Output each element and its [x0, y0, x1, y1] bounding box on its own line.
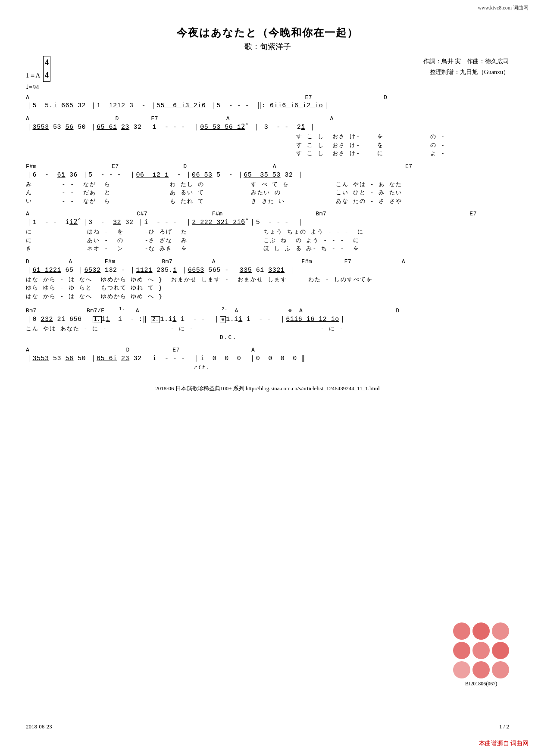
row5: D A F#m Bm7 A F#m E7 A ｜6i i22i 65 ｜6532…	[26, 258, 509, 301]
row6-notes: ｜0 232 2i 656 ｜1.ii i - :‖ 2.1.ii i - - …	[26, 315, 509, 324]
subtitle: 歌：旬紫洋子	[26, 41, 509, 52]
row6-lyrics1: こん やは あなた - に - - に - - に -	[26, 325, 509, 333]
row1: A E7 D ｜5 5.i 665 32 ｜1 1212 3 - ｜55 6 i…	[26, 94, 509, 111]
row4-notes: ｜1 - - ii2̂ ｜3 - 32 32 ｜i - - - ｜2 222 3…	[26, 218, 509, 227]
arranger-line: 整理制谱：九日旭（Guanxu）	[423, 67, 510, 78]
row7-notes: ｜3553 53 56 50 ｜65 6i 23 32 ｜i - - - ｜i …	[26, 354, 509, 363]
row3-lyrics3: い - - なが ら も たれ て き きた い あな たの - さ さや	[26, 197, 509, 206]
row5-chords: D A F#m Bm7 A F#m E7 A	[26, 258, 509, 266]
row7-chords: A D E7 A	[26, 347, 509, 354]
page-number: 1 / 2	[499, 723, 509, 730]
row4-lyrics1: に はね - を -ひ ろげ た ちょう ちょの よう - - - に	[26, 228, 509, 236]
main-title: 今夜はあなたと（今晚和你在一起）	[26, 26, 509, 40]
row2-chords: A D E7 A A	[26, 115, 509, 123]
row3-chords: F#m E7 D A E7	[26, 163, 509, 171]
bottom-bar: 2018-06-23 1 / 2	[0, 723, 535, 730]
stamp-area: BJ201806(067)	[453, 622, 509, 687]
key-signature: 1＝A 44	[26, 56, 50, 82]
row7-rit: rit.	[194, 364, 509, 372]
stamp-circle-7	[453, 661, 470, 678]
row5-lyrics3: はな から - は なへ ゆめから ゆめ へ }	[26, 292, 509, 301]
date: 2018-06-23	[26, 723, 52, 730]
stamp-circle-1	[453, 622, 470, 640]
stamp-circle-2	[472, 622, 490, 640]
stamp-circle-8	[472, 661, 490, 678]
row6-lyrics2: D.C.	[220, 333, 509, 342]
row3: F#m E7 D A E7 ｜6 - 6î 36 ｜5 - - - ｜06 i…	[26, 163, 509, 205]
tempo: ♩=94	[26, 82, 50, 92]
row2: A D E7 A A ｜3553 53 56 50 ｜65 6i 23 32 ｜…	[26, 115, 509, 158]
lyricist-line: 作詞：鳥井 実 作曲：德久広司	[423, 56, 510, 67]
footer-text: 2018-06 日本演歌珍稀圣典100+ 系列 http://blog.sina…	[26, 385, 509, 392]
stamp-circle-4	[453, 642, 470, 659]
tempo-key: 1＝A 44 ♩=94	[26, 56, 50, 92]
row3-notes: ｜6 - 6î 36 ｜5 - - - ｜06 i2 i - ｜06 53 5…	[26, 171, 509, 180]
footer-section: 2018-06 日本演歌珍稀圣典100+ 系列 http://blog.sina…	[26, 385, 509, 392]
credits: 作詞：鳥井 実 作曲：德久広司 整理制谱：九日旭（Guanxu）	[423, 56, 510, 78]
row5-lyrics2: ゆら ゆら - ゆ らと もつれて ゆれ て }	[26, 284, 509, 292]
row5-lyrics1: はな から - は なへ ゆめから ゆめ へ } おまかせ します - おまかせ…	[26, 276, 509, 284]
row2-lyrics1: す こ し おさ け- を の -	[26, 133, 509, 141]
stamp-circle-5	[472, 642, 490, 659]
row1-notes: ｜5 5.i 665 32 ｜1 1212 3 - ｜55 6 i3 2i6 ｜…	[26, 101, 509, 110]
row4-lyrics2: に あい - の -さ ざな み こぶ ね の よう - - - に	[26, 236, 509, 245]
stamp-circles	[453, 622, 509, 678]
row4: A C#7 F#m Bm7 E7 ｜1 - - ii2̂ ｜3 - 32 32 …	[26, 211, 509, 253]
row4-lyrics3: き ネオ - ン -な みき を ほ し ふ る み- ち - - を	[26, 245, 509, 253]
title-section: 今夜はあなたと（今晚和你在一起） 歌：旬紫洋子	[26, 26, 509, 52]
row7: A D E7 A ｜3553 53 56 50 ｜65 6i 23 32 ｜i …	[26, 347, 509, 372]
music-content: A E7 D ｜5 5.i 665 32 ｜1 1212 3 - ｜55 6 i…	[26, 94, 509, 372]
row2-lyrics2: す こ し おさ け- を の -	[26, 141, 509, 150]
stamp-label: BJ201806(067)	[453, 681, 509, 687]
page: www.ktvc8.com 词曲网 今夜はあなたと（今晚和你在一起） 歌：旬紫洋…	[0, 0, 535, 756]
row2-notes: ｜3553 53 56 50 ｜65 6i 23 32 ｜i - - - ｜05…	[26, 123, 509, 132]
row6: Bm7 Bm7/E 1. A 2. A ⊕ A D ｜0 232 2i 656 …	[26, 306, 509, 342]
stamp-circle-6	[492, 642, 509, 659]
watermark-top: www.ktvc8.com 词曲网	[478, 4, 529, 12]
row4-chords: A C#7 F#m Bm7 E7	[26, 211, 509, 218]
row2-lyrics3: す こ し おさ け- に よ -	[26, 149, 509, 158]
row5-notes: ｜6i i22i 65 ｜6532 132 - ｜1121 235.i ｜665…	[26, 266, 509, 275]
watermark-bottom: 本曲谱源自 词曲网	[479, 740, 529, 747]
row3-lyrics2: ん - - だあ と あ るい て みたい の こい ひと - み たい	[26, 189, 509, 197]
stamp-circle-9	[492, 661, 509, 678]
stamp-circle-3	[492, 622, 509, 640]
meta-section: 1＝A 44 ♩=94 作詞：鳥井 実 作曲：德久広司 整理制谱：九日旭（Gua…	[26, 56, 509, 92]
row6-chords: Bm7 Bm7/E 1. A 2. A ⊕ A D	[26, 306, 509, 315]
row1-chords: A E7 D	[26, 94, 509, 102]
row3-lyrics1: み - - なが ら わ たし の す べ て を こん やは - あ なた	[26, 180, 509, 189]
